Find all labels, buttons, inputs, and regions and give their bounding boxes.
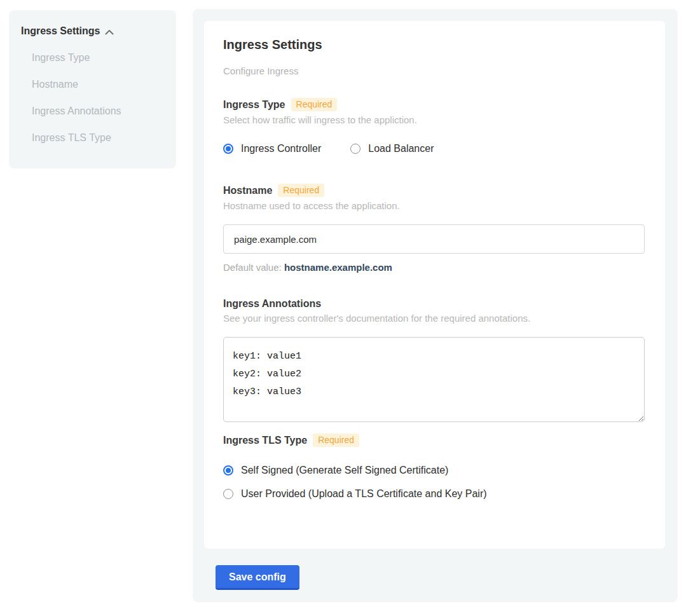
ingress-type-help: Select how traffic will ingress to the a… — [223, 114, 646, 125]
save-config-button[interactable]: Save config — [216, 565, 299, 590]
radio-dot-load-balancer[interactable] — [350, 144, 360, 154]
radio-user-provided[interactable]: User Provided (Upload a TLS Certificate … — [223, 488, 646, 500]
page-title: Ingress Settings — [223, 38, 646, 52]
required-badge: Required — [313, 434, 359, 447]
ingress-type-label: Ingress Type — [223, 99, 285, 111]
config-nav-sidebar: Ingress Settings Ingress Type Hostname I… — [9, 10, 176, 168]
config-card: Ingress Settings Configure Ingress Ingre… — [204, 21, 665, 549]
page-subtitle: Configure Ingress — [223, 65, 646, 76]
hostname-label: Hostname — [223, 185, 272, 196]
hostname-help: Hostname used to access the application. — [223, 200, 646, 211]
radio-label: User Provided (Upload a TLS Certificate … — [241, 488, 487, 500]
config-main-panel: Ingress Settings Configure Ingress Ingre… — [193, 9, 678, 602]
hostname-default-line: Default value: hostname.example.com — [223, 262, 646, 273]
default-value-prefix: Default value: — [223, 262, 284, 273]
radio-ingress-controller[interactable]: Ingress Controller — [223, 143, 321, 154]
radio-dot-ingress-controller[interactable] — [223, 144, 233, 154]
group-hostname: Hostname Required Hostname used to acces… — [223, 184, 646, 273]
default-value-text: hostname.example.com — [284, 262, 392, 273]
sidebar-item-ingress-annotations[interactable]: Ingress Annotations — [21, 106, 163, 117]
sidebar-item-hostname[interactable]: Hostname — [21, 79, 163, 90]
radio-self-signed[interactable]: Self Signed (Generate Self Signed Certif… — [223, 465, 646, 476]
group-ingress-type: Ingress Type Required Select how traffic… — [223, 98, 646, 154]
radio-label: Load Balancer — [368, 143, 434, 154]
ingress-annotations-help: See your ingress controller's documentat… — [223, 313, 646, 324]
radio-load-balancer[interactable]: Load Balancer — [350, 143, 434, 154]
ingress-type-radio-group: Ingress Controller Load Balancer — [223, 143, 646, 154]
required-badge: Required — [278, 184, 324, 197]
radio-label: Ingress Controller — [241, 143, 321, 154]
ingress-annotations-label: Ingress Annotations — [223, 298, 321, 310]
ingress-annotations-textarea[interactable] — [223, 337, 645, 422]
sidebar-item-ingress-type[interactable]: Ingress Type — [21, 52, 163, 64]
ingress-tls-type-label: Ingress TLS Type — [223, 435, 307, 446]
tls-type-radio-group: Self Signed (Generate Self Signed Certif… — [223, 465, 646, 500]
page: Ingress Settings Ingress Type Hostname I… — [0, 0, 693, 616]
radio-dot-user-provided[interactable] — [223, 489, 233, 499]
sidebar-group-label: Ingress Settings — [21, 25, 100, 37]
group-ingress-tls-type: Ingress TLS Type Required Self Signed (G… — [223, 434, 646, 500]
sidebar-item-ingress-tls-type[interactable]: Ingress TLS Type — [21, 132, 163, 144]
radio-label: Self Signed (Generate Self Signed Certif… — [241, 465, 448, 476]
hostname-input[interactable] — [223, 224, 645, 254]
sidebar-group-ingress-settings[interactable]: Ingress Settings — [21, 25, 163, 37]
radio-dot-self-signed[interactable] — [223, 465, 233, 476]
group-ingress-annotations: Ingress Annotations See your ingress con… — [223, 298, 646, 425]
chevron-up-icon — [105, 29, 114, 35]
sidebar-item-list: Ingress Type Hostname Ingress Annotation… — [21, 52, 163, 144]
required-badge: Required — [291, 98, 338, 111]
